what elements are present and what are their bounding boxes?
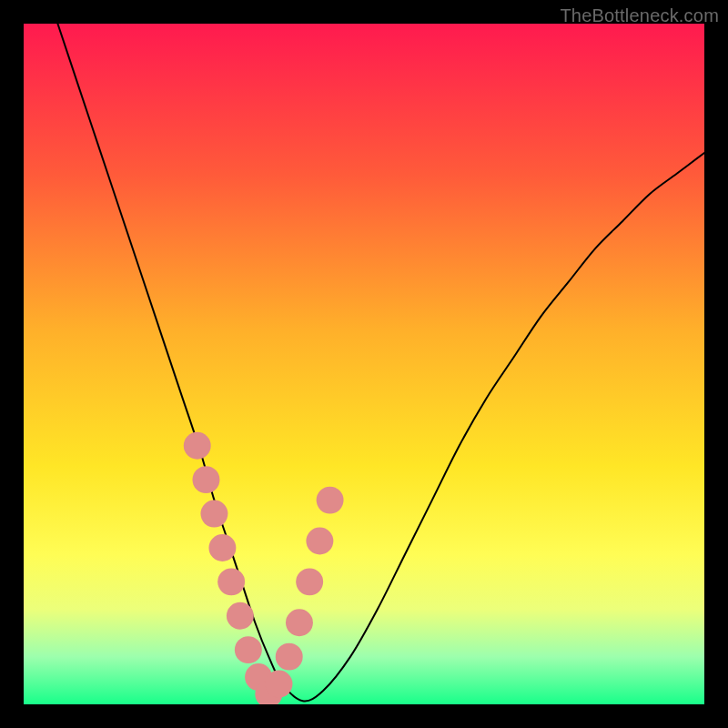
highlight-dot xyxy=(286,609,313,636)
highlight-dot xyxy=(217,568,245,595)
watermark-text: TheBottleneck.com xyxy=(560,5,719,26)
highlight-dot xyxy=(227,602,254,630)
highlight-dot xyxy=(306,528,333,555)
highlight-dot xyxy=(317,487,344,514)
highlight-dot xyxy=(235,636,262,663)
chart-svg xyxy=(24,24,704,704)
highlight-dot xyxy=(193,466,220,493)
highlight-dot xyxy=(208,534,236,561)
highlight-dot xyxy=(276,643,303,671)
chart-frame xyxy=(24,24,704,704)
highlight-dot xyxy=(184,432,211,460)
gradient-background xyxy=(24,24,704,704)
highlight-dot xyxy=(296,568,323,595)
highlight-dot xyxy=(200,500,228,528)
highlight-dot xyxy=(266,671,293,698)
